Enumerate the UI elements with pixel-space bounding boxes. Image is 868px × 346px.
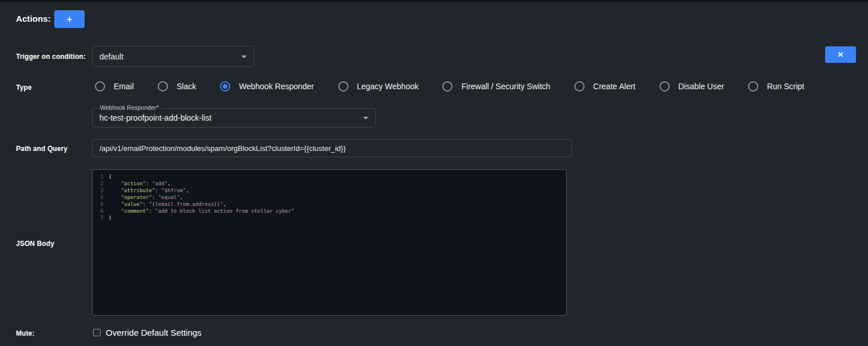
- type-option-label: Legacy Webhook: [357, 82, 419, 91]
- top-edge-divider: [0, 0, 868, 2]
- code-text: "value": "{{email.from.address}}",: [109, 201, 226, 208]
- code-text: }: [109, 214, 111, 221]
- chevron-down-icon: [363, 117, 369, 120]
- json-value: "add to block list action from stellar c…: [155, 208, 294, 214]
- radio-icon: [748, 81, 758, 92]
- webhook-responder-select[interactable]: Webhook Responder* hc-test-proofpoint-ad…: [92, 108, 376, 128]
- code-line: 2 "action": "add",: [93, 180, 566, 187]
- json-value: "$hfrom": [161, 188, 186, 193]
- json-punct: {: [109, 174, 111, 180]
- code-line: 4 "operator": "equal",: [93, 194, 566, 201]
- type-option-label: Disable User: [678, 82, 724, 91]
- override-default-settings-label: Override Default Settings: [106, 328, 202, 337]
- type-option-email[interactable]: Email: [95, 81, 134, 92]
- json-body-editor[interactable]: 1{2 "action": "add",3 "attribute": "$hfr…: [92, 169, 567, 316]
- trigger-condition-value: default: [99, 52, 123, 61]
- mute-label: Mute:: [16, 329, 35, 337]
- line-number: 5: [93, 201, 109, 208]
- type-option-label: Webhook Responder: [239, 82, 314, 91]
- line-number: 1: [93, 173, 109, 180]
- trigger-condition-select[interactable]: default: [92, 46, 254, 67]
- type-option-label: Firewall / Security Switch: [461, 82, 550, 91]
- type-option-firewall-security-switch[interactable]: Firewall / Security Switch: [442, 81, 550, 92]
- code-line: 5 "value": "{{email.from.address}}",: [93, 201, 566, 208]
- plus-icon: +: [67, 14, 72, 25]
- type-radio-group: EmailSlackWebhook ResponderLegacy Webhoo…: [95, 81, 805, 92]
- line-number: 3: [93, 187, 109, 194]
- code-line: 6 "comment": "add to block list action f…: [93, 208, 566, 214]
- line-number: 2: [93, 180, 109, 187]
- radio-icon: [574, 81, 585, 92]
- radio-selected-icon: [220, 81, 230, 92]
- code-text: "action": "add",: [109, 180, 170, 187]
- json-value: "equal": [158, 194, 180, 200]
- radio-icon: [95, 81, 105, 92]
- remove-action-button[interactable]: ✕: [825, 46, 856, 63]
- actions-label: Actions:: [16, 14, 51, 23]
- json-key: "attribute": [109, 188, 155, 193]
- override-default-settings-checkbox[interactable]: [93, 329, 101, 336]
- add-action-button[interactable]: +: [54, 10, 85, 28]
- type-option-slack[interactable]: Slack: [158, 81, 196, 92]
- json-value: "add": [152, 181, 167, 186]
- json-punct: }: [109, 215, 111, 221]
- radio-icon: [659, 81, 670, 92]
- json-key: "action": [109, 181, 146, 186]
- code-line: 1{: [93, 173, 566, 180]
- type-option-run-script[interactable]: Run Script: [748, 81, 804, 92]
- type-option-create-alert[interactable]: Create Alert: [574, 81, 635, 92]
- line-number: 7: [93, 214, 109, 221]
- webhook-responder-value: hc-test-proofpoint-add-block-list: [99, 113, 211, 122]
- type-option-disable-user[interactable]: Disable User: [659, 81, 724, 92]
- code-text: "comment": "add to block list action fro…: [109, 208, 294, 214]
- type-option-label: Email: [114, 82, 134, 91]
- json-punct: ,: [223, 201, 226, 207]
- radio-icon: [442, 81, 453, 92]
- path-query-input[interactable]: [92, 139, 572, 157]
- json-punct: :: [146, 181, 152, 186]
- type-option-legacy-webhook[interactable]: Legacy Webhook: [338, 81, 419, 92]
- json-punct: ,: [180, 194, 183, 200]
- code-text: "attribute": "$hfrom",: [109, 187, 189, 194]
- type-option-label: Run Script: [767, 82, 804, 91]
- json-punct: :: [143, 201, 149, 207]
- chevron-down-icon: [241, 55, 247, 58]
- type-option-label: Slack: [177, 82, 196, 91]
- json-punct: :: [152, 194, 158, 200]
- json-punct: :: [149, 208, 155, 214]
- code-line: 7}: [93, 214, 566, 221]
- trigger-condition-label: Trigger on condition:: [16, 53, 86, 61]
- code-text: "operator": "equal",: [109, 194, 183, 201]
- path-query-label: Path and Query: [16, 145, 67, 153]
- json-punct: ,: [186, 188, 189, 193]
- type-option-label: Create Alert: [593, 82, 635, 91]
- json-key: "comment": [109, 208, 149, 214]
- json-punct: :: [155, 188, 161, 193]
- json-value: "{{email.from.address}}": [149, 201, 223, 207]
- json-key: "operator": [109, 194, 152, 200]
- type-label: Type: [16, 83, 32, 92]
- json-punct: ,: [167, 181, 170, 186]
- radio-icon: [158, 81, 168, 92]
- line-number: 4: [93, 194, 109, 201]
- code-line: 3 "attribute": "$hfrom",: [93, 187, 566, 194]
- close-icon: ✕: [838, 50, 844, 59]
- json-key: "value": [109, 201, 143, 207]
- type-option-webhook-responder[interactable]: Webhook Responder: [220, 81, 314, 92]
- json-body-label: JSON Body: [16, 240, 54, 248]
- action-editor-panel: Actions: + Trigger on condition: default…: [0, 0, 868, 346]
- code-text: {: [109, 173, 111, 180]
- line-number: 6: [93, 208, 109, 214]
- radio-icon: [338, 81, 349, 92]
- webhook-responder-float-label: Webhook Responder*: [98, 104, 161, 111]
